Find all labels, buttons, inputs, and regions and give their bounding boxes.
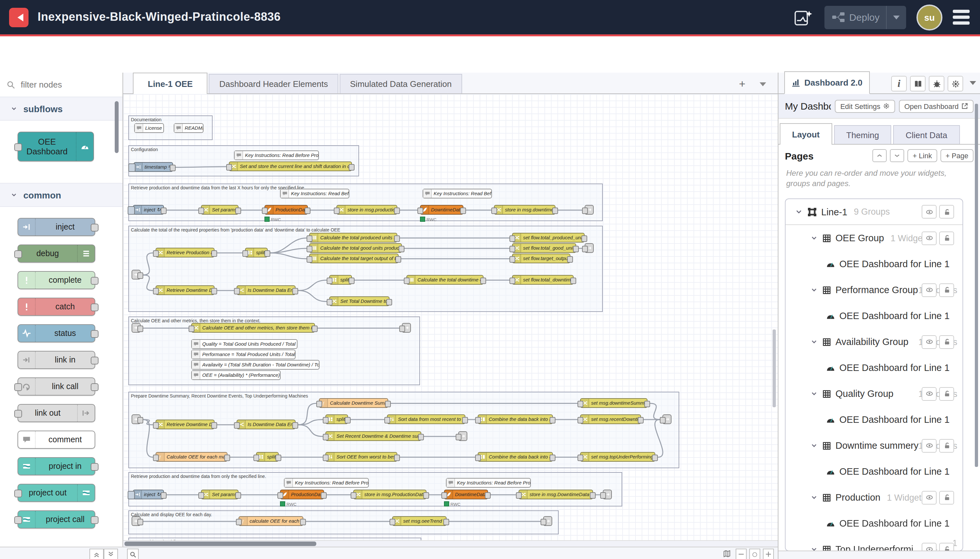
flow-node-change[interactable]: Set Recent Downtime & Downtime summery t…: [325, 431, 421, 441]
flowfuse-logo-icon[interactable]: [9, 7, 28, 27]
flow-node-sort[interactable]: Sort OEE from worst to best: [325, 452, 397, 462]
flow-node-comment[interactable]: Availavity = (Total Shift Duration - Tot…: [191, 360, 320, 370]
canvas-search-button[interactable]: [127, 549, 139, 559]
flow-group[interactable]: Retrieve production and downtime data fr…: [128, 184, 603, 221]
flow-node-fn[interactable]: fcalculate OEE for each day: [239, 516, 304, 526]
flow-node-change[interactable]: Retrieve Production Data: [155, 248, 214, 258]
flow-canvas[interactable]: DocumentationConfigurationRetrieve produ…: [123, 94, 778, 541]
lock-toggle-button[interactable]: [939, 387, 954, 400]
output-port[interactable]: [91, 277, 99, 285]
visibility-toggle-button[interactable]: [922, 491, 937, 504]
flow-node-link-out[interactable]: [585, 243, 594, 253]
tree-group-row[interactable]: Top Underperformi...1 Widgets: [785, 536, 962, 551]
tab-theming[interactable]: Theming: [834, 125, 891, 144]
tree-group-row[interactable]: OEE Group1 Widgets: [785, 225, 962, 251]
input-port[interactable]: [14, 383, 22, 391]
sidebar-tabs-caret[interactable]: [970, 81, 976, 85]
flow-node-link-out[interactable]: [603, 490, 612, 499]
flow-node-data[interactable]: DowntimeData: [420, 205, 464, 215]
user-avatar[interactable]: su: [916, 4, 942, 30]
flow-node-change[interactable]: set flow.total_downtime: [512, 275, 574, 285]
tree-widget-row[interactable]: OEE Dashboard for Line 1: [785, 458, 962, 485]
flow-node-link-out[interactable]: [543, 516, 552, 526]
palette-section-common[interactable]: common: [0, 183, 122, 207]
output-port[interactable]: [91, 330, 99, 338]
flow-node-change[interactable]: store in msg.DowntimeData: [518, 490, 593, 499]
flow-node-switch[interactable]: Is Downtime Data Empty?: [237, 420, 295, 429]
chevron-down-icon[interactable]: [795, 208, 803, 216]
palette-node-OEE-Dashboard[interactable]: OEE Dashboard: [18, 132, 94, 162]
flow-node-data[interactable]: ProductionData: [280, 490, 324, 499]
flow-node-change[interactable]: store in msg.production_data: [337, 205, 397, 215]
flow-node-comment[interactable]: License: [134, 123, 164, 133]
main-menu-icon[interactable]: [953, 10, 970, 25]
flow-node-comment[interactable]: Performance = Total Produced Units / Tot…: [191, 349, 295, 359]
visibility-toggle-button[interactable]: [922, 231, 937, 245]
canvas-horizontal-scrollbar[interactable]: [124, 541, 316, 546]
zoom-in-button[interactable]: +: [763, 549, 774, 559]
palette-node-status[interactable]: status: [18, 324, 95, 342]
flow-node-link-in[interactable]: [132, 323, 141, 333]
visibility-toggle-button[interactable]: [922, 439, 937, 452]
tree-group-row[interactable]: Downtime summery1 Widgets: [785, 433, 962, 458]
inject-button[interactable]: [128, 206, 135, 215]
chevron-down-icon[interactable]: [810, 442, 818, 450]
palette-node-link-in[interactable]: link in: [18, 351, 95, 369]
lock-toggle-button[interactable]: [939, 283, 954, 297]
flow-node-change[interactable]: set flow.total_produced_units: [512, 233, 585, 243]
palette-node-inject[interactable]: inject: [18, 218, 95, 236]
tab-layout[interactable]: Layout: [780, 123, 832, 145]
flow-node-comment[interactable]: Key Instructions: Read Before Proceeding: [280, 189, 349, 198]
flow-node-data[interactable]: ProductionData: [264, 205, 308, 215]
input-port[interactable]: [14, 490, 22, 498]
flow-node-join[interactable]: Combine the data back into an array.: [478, 414, 553, 424]
inject-button[interactable]: [128, 491, 135, 499]
canvas-vertical-scrollbar[interactable]: [772, 329, 776, 407]
visibility-toggle-button[interactable]: [922, 542, 937, 551]
flow-node-split[interactable]: split: [256, 452, 279, 462]
open-dashboard-button[interactable]: Open Dashboard: [899, 99, 973, 112]
zoom-out-button[interactable]: −: [736, 549, 747, 559]
input-port[interactable]: [14, 143, 22, 151]
add-page-button[interactable]: + Page: [940, 149, 973, 162]
flow-node-link-in[interactable]: [132, 516, 141, 526]
visibility-toggle-button[interactable]: [922, 283, 937, 297]
palette-node-link-out[interactable]: link out: [18, 404, 95, 422]
add-link-button[interactable]: + Link: [907, 149, 937, 162]
flow-node-change[interactable]: store in msg.ProductionData: [353, 490, 426, 499]
debug-tab-icon[interactable]: [929, 76, 944, 91]
flow-node-change[interactable]: Set Total Downtime to 0: [329, 296, 389, 306]
flow-node-change[interactable]: Set and store the current line and shift…: [229, 162, 352, 171]
sidebar-scrollbar[interactable]: [975, 104, 978, 467]
input-port[interactable]: [14, 410, 22, 418]
flow-node-comment[interactable]: Key Instructions: Read Before Proceeding: [284, 478, 369, 488]
chevron-down-icon[interactable]: [810, 338, 818, 346]
output-port[interactable]: [91, 357, 99, 364]
flow-node-change[interactable]: set msg.topUnderPerformingMachines: [580, 452, 655, 462]
flow-tab-Simulated-Data-Generation[interactable]: Simulated Data Generation: [340, 74, 462, 93]
visibility-toggle-button[interactable]: [922, 335, 937, 349]
navigator-toggle-icon[interactable]: [720, 549, 733, 558]
flow-node-change[interactable]: Retrieve Downtime Data: [155, 420, 214, 429]
flow-node-change[interactable]: Set params: [201, 490, 239, 499]
flow-node-link-in[interactable]: [132, 414, 141, 424]
lock-toggle-button[interactable]: [939, 439, 954, 452]
expand-all-categories-button[interactable]: [104, 549, 118, 559]
flow-node-calc[interactable]: Calculate the total downtime duration: [406, 275, 483, 285]
tree-widget-row[interactable]: OEE Dashboard for Line 1: [785, 355, 962, 380]
output-port[interactable]: [91, 463, 99, 471]
chevron-down-icon[interactable]: [810, 493, 818, 501]
collapse-all-button[interactable]: [873, 149, 887, 162]
palette-node-link-call[interactable]: link call: [18, 377, 95, 395]
visibility-toggle-button[interactable]: [922, 205, 937, 218]
output-port[interactable]: [91, 303, 99, 311]
deploy-options-caret[interactable]: [886, 5, 906, 29]
flow-group[interactable]: Retrieve production and downtime data fr…: [128, 472, 622, 506]
flow-tab-Line-1-OEE[interactable]: Line-1 OEE: [133, 73, 208, 94]
flow-node-split[interactable]: split: [245, 248, 268, 258]
lock-toggle-button[interactable]: [939, 542, 954, 551]
palette-node-project-call[interactable]: project call: [18, 510, 95, 529]
inject-button[interactable]: [128, 164, 135, 172]
flow-node-change[interactable]: Calculate OEE and other metrics, then st…: [191, 323, 315, 333]
flow-node-link-out[interactable]: [662, 414, 671, 424]
